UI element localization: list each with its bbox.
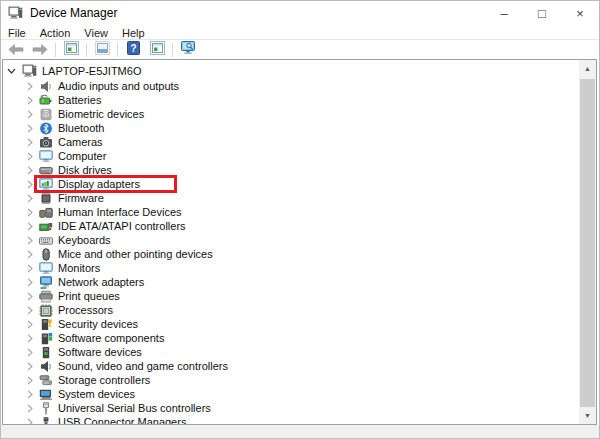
tree-item-storage-controllers[interactable]: Storage controllers — [3, 373, 579, 387]
chevron-right-icon[interactable] — [25, 278, 34, 287]
battery-icon — [38, 94, 53, 107]
tree-item-sound-video-and-game-controllers[interactable]: Sound, video and game controllers — [3, 359, 579, 373]
vertical-scrollbar[interactable]: ▲ ▼ — [579, 60, 596, 424]
chevron-right-icon[interactable] — [25, 222, 34, 231]
tree-item-label: IDE ATA/ATAPI controllers — [58, 220, 186, 232]
menu-help[interactable]: Help — [122, 27, 145, 39]
close-button[interactable]: × — [561, 0, 599, 26]
tree-item-software-devices[interactable]: Software devices — [3, 345, 579, 359]
security-icon — [38, 318, 53, 331]
chevron-right-icon[interactable] — [25, 362, 34, 371]
chevron-right-icon[interactable] — [25, 96, 34, 105]
minimize-button[interactable]: – — [485, 0, 523, 26]
menu-action[interactable]: Action — [40, 27, 71, 39]
chevron-right-icon[interactable] — [25, 110, 34, 119]
mouse-icon — [38, 248, 53, 261]
tree-item-print-queues[interactable]: Print queues — [3, 289, 579, 303]
chevron-right-icon[interactable] — [25, 348, 34, 357]
processor-icon — [38, 304, 53, 317]
scroll-up-button[interactable]: ▲ — [579, 60, 596, 77]
tree-item-usb-connector-managers[interactable]: USB Connector Managers — [3, 415, 579, 425]
chevron-right-icon[interactable] — [25, 124, 34, 133]
tree-item-label: Monitors — [58, 262, 100, 274]
help-icon: ? — [127, 41, 140, 59]
chevron-right-icon[interactable] — [25, 250, 34, 259]
chevron-right-icon[interactable] — [25, 418, 34, 426]
properties-button[interactable] — [91, 42, 113, 59]
toolbar: ? — [0, 41, 600, 59]
menu-file[interactable]: File — [8, 27, 26, 39]
tree-item-processors[interactable]: Processors — [3, 303, 579, 317]
tree-item-biometric-devices[interactable]: Biometric devices — [3, 107, 579, 121]
toolbar-separator — [55, 43, 56, 57]
chevron-right-icon[interactable] — [25, 180, 34, 189]
window-controls: –□× — [485, 0, 599, 26]
chevron-right-icon[interactable] — [25, 334, 34, 343]
sound-icon — [38, 360, 53, 373]
chevron-right-icon[interactable] — [25, 82, 34, 91]
tree-item-ide-ata-atapi-controllers[interactable]: IDE ATA/ATAPI controllers — [3, 219, 579, 233]
tree-item-label: System devices — [58, 388, 135, 400]
chevron-right-icon[interactable] — [25, 306, 34, 315]
tree-item-label: Processors — [58, 304, 113, 316]
tree-item-display-adapters[interactable]: Display adapters — [3, 177, 579, 191]
network-icon — [38, 276, 53, 289]
tree-item-monitors[interactable]: Monitors — [3, 261, 579, 275]
tree-item-label: Cameras — [58, 136, 103, 148]
tree-item-label: Audio inputs and outputs — [58, 80, 179, 92]
tree-item-label: Universal Serial Bus controllers — [58, 402, 211, 414]
chevron-right-icon[interactable] — [25, 152, 34, 161]
tree-item-cameras[interactable]: Cameras — [3, 135, 579, 149]
chevron-right-icon[interactable] — [25, 404, 34, 413]
help-topics-button[interactable] — [146, 42, 168, 59]
tree-item-system-devices[interactable]: System devices — [3, 387, 579, 401]
scan-for-hardware-changes-button[interactable] — [177, 42, 199, 59]
help-button[interactable]: ? — [122, 42, 144, 59]
maximize-button[interactable]: □ — [523, 0, 561, 26]
tree-item-security-devices[interactable]: Security devices — [3, 317, 579, 331]
chip-icon — [38, 192, 53, 205]
tree-item-disk-drives[interactable]: Disk drives — [3, 163, 579, 177]
computer-icon — [21, 64, 37, 77]
tree-item-mice-and-other-pointing-devices[interactable]: Mice and other pointing devices — [3, 247, 579, 261]
tree-item-audio-inputs-and-outputs[interactable]: Audio inputs and outputs — [3, 79, 579, 93]
chevron-right-icon[interactable] — [25, 390, 34, 399]
tree-item-computer[interactable]: Computer — [3, 149, 579, 163]
tree-item-keyboards[interactable]: Keyboards — [3, 233, 579, 247]
toolbar-separator — [86, 43, 87, 57]
chevron-right-icon[interactable] — [25, 138, 34, 147]
tree-item-label: Print queues — [58, 290, 120, 302]
chevron-down-icon[interactable] — [7, 68, 16, 74]
scroll-down-button[interactable]: ▼ — [579, 407, 596, 424]
tree-item-human-interface-devices[interactable]: Human Interface Devices — [3, 205, 579, 219]
fingerprint-icon — [38, 108, 53, 121]
arrow-right-icon — [32, 41, 48, 59]
chevron-right-icon[interactable] — [25, 376, 34, 385]
tree-root[interactable]: LAPTOP-E5JITM6O — [3, 62, 579, 79]
chevron-right-icon[interactable] — [25, 292, 34, 301]
chevron-right-icon[interactable] — [25, 264, 34, 273]
chevron-right-icon[interactable] — [25, 166, 34, 175]
tree-item-batteries[interactable]: Batteries — [3, 93, 579, 107]
menu-view[interactable]: View — [84, 27, 108, 39]
show-console-tree-button[interactable] — [60, 42, 82, 59]
toolbar-separator — [172, 43, 173, 57]
console-window-icon — [150, 41, 165, 59]
storage-icon — [38, 374, 53, 387]
scrollbar-thumb[interactable] — [580, 79, 595, 407]
bluetooth-icon — [38, 122, 53, 135]
tree-item-label: Software components — [58, 332, 164, 344]
tree-item-label: Software devices — [58, 346, 142, 358]
chevron-right-icon[interactable] — [25, 236, 34, 245]
chevron-right-icon[interactable] — [25, 194, 34, 203]
tree-item-bluetooth[interactable]: Bluetooth — [3, 121, 579, 135]
speaker-icon — [38, 80, 53, 93]
tree-content: LAPTOP-E5JITM6OAudio inputs and outputsB… — [3, 62, 579, 425]
tree-item-label: Storage controllers — [58, 374, 150, 386]
chevron-right-icon[interactable] — [25, 208, 34, 217]
tree-item-software-components[interactable]: Software components — [3, 331, 579, 345]
tree-item-network-adapters[interactable]: Network adapters — [3, 275, 579, 289]
tree-item-firmware[interactable]: Firmware — [3, 191, 579, 205]
chevron-right-icon[interactable] — [25, 320, 34, 329]
tree-item-universal-serial-bus-controllers[interactable]: Universal Serial Bus controllers — [3, 401, 579, 415]
